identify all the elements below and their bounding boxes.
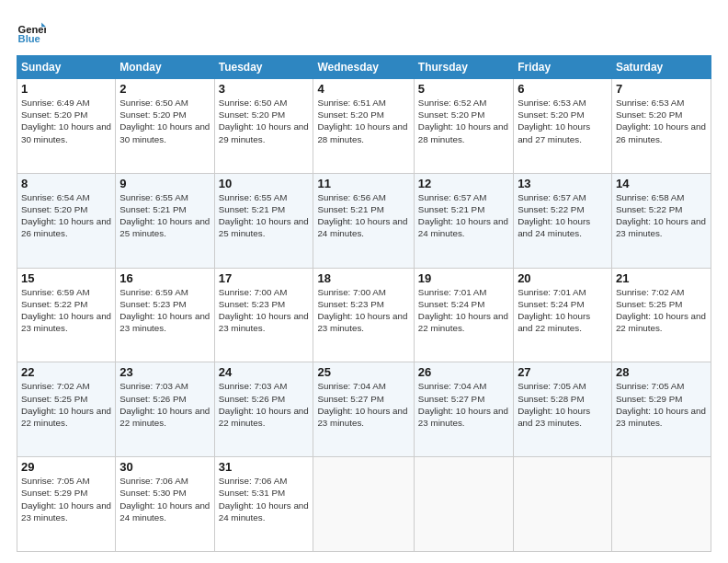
day-number: 17 [219, 271, 310, 285]
sunset-text: Sunset: 5:20 PM [219, 109, 285, 120]
day-number: 25 [317, 365, 409, 379]
calendar-cell: 29 Sunrise: 7:05 AM Sunset: 5:29 PM Dayl… [17, 457, 116, 552]
day-number: 28 [616, 365, 707, 379]
sunrise-text: Sunrise: 6:55 AM [119, 192, 188, 202]
calendar-cell: 16 Sunrise: 6:59 AM Sunset: 5:23 PM Dayl… [116, 268, 214, 362]
sunrise-text: Sunrise: 7:01 AM [418, 287, 487, 297]
weekday-header-tuesday: Tuesday [214, 56, 313, 79]
day-number: 18 [317, 271, 409, 285]
calendar-cell: 5 Sunrise: 6:52 AM Sunset: 5:20 PM Dayli… [414, 79, 513, 174]
calendar-cell: 3 Sunrise: 6:50 AM Sunset: 5:20 PM Dayli… [214, 79, 313, 174]
day-info: Sunrise: 6:57 AM Sunset: 5:21 PM Dayligh… [418, 191, 509, 240]
sunrise-text: Sunrise: 7:06 AM [119, 476, 188, 486]
sunset-text: Sunset: 5:22 PM [616, 204, 682, 214]
sunrise-text: Sunrise: 6:55 AM [219, 192, 288, 202]
sunset-text: Sunset: 5:21 PM [418, 204, 484, 214]
day-info: Sunrise: 6:50 AM Sunset: 5:20 PM Dayligh… [119, 97, 210, 145]
calendar-week-3: 15 Sunrise: 6:59 AM Sunset: 5:22 PM Dayl… [17, 268, 711, 362]
day-number: 19 [418, 271, 509, 285]
calendar-cell: 23 Sunrise: 7:03 AM Sunset: 5:26 PM Dayl… [116, 362, 214, 457]
sunset-text: Sunset: 5:25 PM [21, 394, 87, 404]
sunrise-text: Sunrise: 7:04 AM [317, 381, 386, 391]
weekday-header-thursday: Thursday [414, 56, 513, 79]
daylight-text: Daylight: 10 hours and 23 minutes. [317, 311, 407, 333]
calendar-cell: 15 Sunrise: 6:59 AM Sunset: 5:22 PM Dayl… [17, 268, 116, 362]
sunrise-text: Sunrise: 6:53 AM [616, 98, 685, 108]
calendar-cell: 4 Sunrise: 6:51 AM Sunset: 5:20 PM Dayli… [313, 79, 414, 174]
day-info: Sunrise: 6:50 AM Sunset: 5:20 PM Dayligh… [219, 97, 310, 145]
sunrise-text: Sunrise: 7:01 AM [518, 287, 586, 297]
daylight-text: Daylight: 10 hours and 22 minutes. [418, 311, 508, 333]
daylight-text: Daylight: 10 hours and 23 minutes. [616, 216, 706, 238]
daylight-text: Daylight: 10 hours and 28 minutes. [418, 121, 508, 144]
daylight-text: Daylight: 10 hours and 28 minutes. [317, 121, 407, 144]
day-info: Sunrise: 7:04 AM Sunset: 5:27 PM Dayligh… [418, 380, 509, 429]
day-info: Sunrise: 7:05 AM Sunset: 5:29 PM Dayligh… [616, 380, 707, 429]
day-number: 31 [219, 460, 310, 474]
daylight-text: Daylight: 10 hours and 29 minutes. [219, 121, 309, 144]
logo-icon: General Blue [17, 17, 46, 46]
sunset-text: Sunset: 5:25 PM [616, 299, 682, 309]
day-info: Sunrise: 7:01 AM Sunset: 5:24 PM Dayligh… [518, 286, 608, 335]
daylight-text: Daylight: 10 hours and 22 minutes. [119, 406, 210, 428]
day-number: 20 [518, 271, 608, 285]
calendar-cell: 2 Sunrise: 6:50 AM Sunset: 5:20 PM Dayli… [116, 79, 214, 174]
sunset-text: Sunset: 5:22 PM [21, 299, 87, 309]
day-info: Sunrise: 6:55 AM Sunset: 5:21 PM Dayligh… [219, 191, 310, 240]
sunrise-text: Sunrise: 7:03 AM [219, 381, 288, 391]
day-info: Sunrise: 6:58 AM Sunset: 5:22 PM Dayligh… [616, 191, 707, 240]
svg-text:Blue: Blue [18, 33, 40, 44]
sunrise-text: Sunrise: 6:56 AM [317, 192, 386, 202]
day-number: 21 [616, 271, 707, 285]
sunrise-text: Sunrise: 7:04 AM [418, 381, 487, 391]
sunrise-text: Sunrise: 7:00 AM [317, 287, 386, 297]
daylight-text: Daylight: 10 hours and 24 minutes. [317, 216, 407, 238]
sunrise-text: Sunrise: 6:59 AM [21, 287, 90, 297]
daylight-text: Daylight: 10 hours and 22 minutes. [21, 406, 111, 428]
day-number: 11 [317, 177, 409, 190]
day-info: Sunrise: 6:53 AM Sunset: 5:20 PM Dayligh… [616, 97, 707, 145]
day-number: 5 [418, 82, 509, 96]
calendar-cell [414, 457, 513, 552]
daylight-text: Daylight: 10 hours and 22 minutes. [518, 311, 590, 333]
sunset-text: Sunset: 5:21 PM [317, 204, 383, 214]
day-info: Sunrise: 6:53 AM Sunset: 5:20 PM Dayligh… [518, 97, 608, 145]
daylight-text: Daylight: 10 hours and 30 minutes. [119, 121, 210, 144]
calendar-cell: 27 Sunrise: 7:05 AM Sunset: 5:28 PM Dayl… [514, 362, 612, 457]
sunset-text: Sunset: 5:24 PM [518, 299, 584, 309]
sunset-text: Sunset: 5:26 PM [119, 394, 186, 404]
daylight-text: Daylight: 10 hours and 23 minutes. [119, 311, 210, 333]
page: General Blue SundayMondayTuesdayWednesda… [0, 0, 728, 563]
sunset-text: Sunset: 5:20 PM [21, 204, 87, 214]
daylight-text: Daylight: 10 hours and 22 minutes. [219, 406, 309, 428]
day-info: Sunrise: 7:03 AM Sunset: 5:26 PM Dayligh… [119, 380, 210, 429]
sunrise-text: Sunrise: 7:05 AM [518, 381, 586, 391]
sunset-text: Sunset: 5:20 PM [21, 109, 87, 120]
header: General Blue [17, 17, 711, 46]
daylight-text: Daylight: 10 hours and 24 minutes. [418, 216, 508, 238]
sunrise-text: Sunrise: 7:02 AM [21, 381, 90, 391]
calendar-cell: 19 Sunrise: 7:01 AM Sunset: 5:24 PM Dayl… [414, 268, 513, 362]
calendar-cell: 13 Sunrise: 6:57 AM Sunset: 5:22 PM Dayl… [514, 173, 612, 268]
daylight-text: Daylight: 10 hours and 23 minutes. [518, 406, 590, 428]
day-number: 2 [119, 82, 210, 96]
daylight-text: Daylight: 10 hours and 23 minutes. [21, 500, 111, 523]
calendar-cell [313, 457, 414, 552]
sunset-text: Sunset: 5:21 PM [119, 204, 186, 214]
day-info: Sunrise: 6:49 AM Sunset: 5:20 PM Dayligh… [21, 97, 111, 145]
day-info: Sunrise: 7:02 AM Sunset: 5:25 PM Dayligh… [21, 380, 111, 429]
day-number: 16 [119, 271, 210, 285]
sunset-text: Sunset: 5:23 PM [119, 299, 186, 309]
daylight-text: Daylight: 10 hours and 23 minutes. [317, 406, 407, 428]
sunset-text: Sunset: 5:29 PM [21, 488, 87, 498]
day-number: 24 [219, 365, 310, 379]
calendar-cell: 26 Sunrise: 7:04 AM Sunset: 5:27 PM Dayl… [414, 362, 513, 457]
weekday-header-friday: Friday [514, 56, 612, 79]
sunset-text: Sunset: 5:26 PM [219, 394, 285, 404]
calendar-cell: 24 Sunrise: 7:03 AM Sunset: 5:26 PM Dayl… [214, 362, 313, 457]
sunrise-text: Sunrise: 6:53 AM [518, 98, 586, 108]
sunset-text: Sunset: 5:20 PM [518, 109, 584, 120]
day-number: 26 [418, 365, 509, 379]
daylight-text: Daylight: 10 hours and 23 minutes. [418, 406, 508, 428]
sunrise-text: Sunrise: 6:58 AM [616, 192, 685, 202]
